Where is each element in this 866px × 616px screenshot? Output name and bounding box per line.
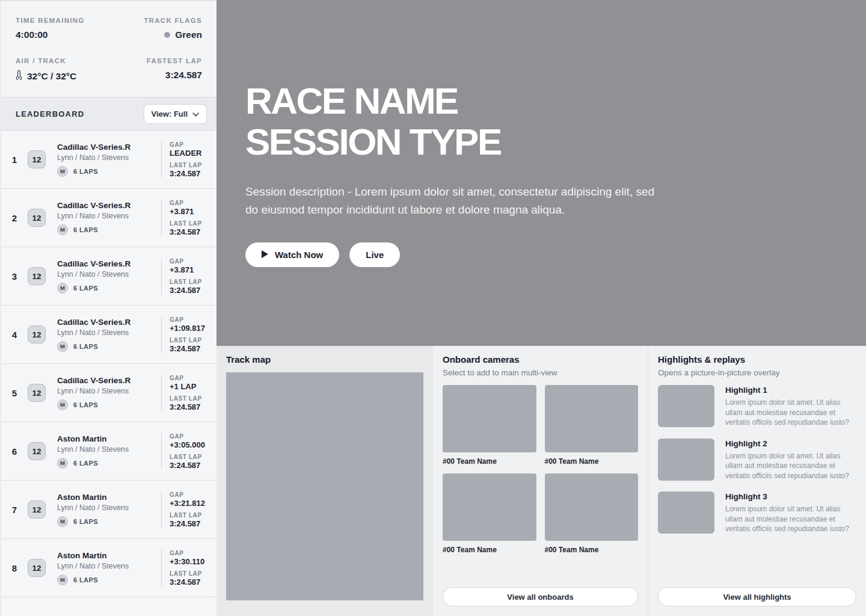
last-lap-value: 3:24.587 [170,402,210,411]
onboard-camera-tile[interactable]: #00 Team Name [545,473,639,554]
gap-label: GAP [170,375,210,381]
last-lap-value: 3:24.587 [170,461,210,470]
car-number-badge: 12 [28,325,46,343]
tyre-compound-badge: M [57,574,68,585]
view-all-highlights-button[interactable]: View all highlights [658,587,856,606]
car-number-badge: 12 [28,150,46,168]
position-number: 4 [1,330,28,340]
last-lap-label: LAST LAP [170,395,210,402]
last-lap-value: 3:24.587 [170,227,210,236]
entry-info: Cadillac V-Series.R Lynn / Nato / Steven… [57,318,161,352]
entry-info: Cadillac V-Series.R Lynn / Nato / Steven… [57,201,161,235]
lap-count: 6 LAPS [73,168,98,175]
lap-count: 6 LAPS [73,343,98,350]
gap-label: GAP [170,316,210,323]
tyre-compound-badge: M [57,166,68,177]
view-selector-label: View: Full [152,109,188,119]
car-number-badge: 12 [28,209,46,227]
timing-sidebar: TIME REMAINING 4:00:00 TRACK FLAGS Green… [0,0,216,616]
gap-label: GAP [170,433,210,440]
highlight-thumbnail [658,385,714,427]
lap-count: 6 LAPS [73,226,98,233]
timing-column: GAP +3:05.000 LAST LAP 3:24.587 [161,433,210,470]
last-lap-label: LAST LAP [170,512,210,519]
entry-info: Cadillac V-Series.R Lynn / Nato / Steven… [57,259,161,294]
leaderboard-row[interactable]: 7 12 Aston Martin Lynn / Nato / Stevens … [1,481,216,539]
camera-team-label: #00 Team Name [443,546,536,554]
track-map-panel: Track map [216,346,433,616]
lap-count: 6 LAPS [73,401,98,408]
track-map-image [226,372,423,600]
driver-names: Lynn / Nato / Stevens [57,445,161,454]
leaderboard-row[interactable]: 2 12 Cadillac V-Series.R Lynn / Nato / S… [1,189,216,247]
team-name: Aston Martin [57,434,161,443]
bottom-panels: Track map Onboard cameras Select to add … [216,346,866,616]
highlights-title: Highlights & replays [658,354,856,365]
tyre-compound-badge: M [57,516,68,527]
last-lap-label: LAST LAP [170,279,210,285]
leaderboard-header: LEADERBOARD View: Full [1,97,216,131]
driver-names: Lynn / Nato / Stevens [57,504,161,512]
leaderboard-row[interactable]: 5 12 Cadillac V-Series.R Lynn / Nato / S… [1,364,216,422]
onboard-cameras-panel: Onboard cameras Select to add to main mu… [433,346,648,616]
onboard-camera-tile[interactable]: #00 Team Name [545,385,639,466]
highlight-item[interactable]: Highlight 3 Lorem ipsum dolor sit amet. … [658,491,856,534]
camera-thumbnail [443,385,536,452]
driver-names: Lynn / Nato / Stevens [57,328,161,337]
highlights-list: Highlight 1 Lorem ipsum dolor sit amet. … [658,385,856,534]
view-all-onboards-button[interactable]: View all onboards [443,587,638,606]
track-flags-block: TRACK FLAGS Green [144,17,202,40]
highlight-item[interactable]: Highlight 1 Lorem ipsum dolor sit amet. … [658,385,856,428]
team-name: Aston Martin [57,493,161,502]
live-label: Live [366,250,384,260]
highlight-item-title: Highlight 3 [725,492,856,501]
leaderboard-title: LEADERBOARD [16,109,84,119]
camera-team-label: #00 Team Name [545,546,639,554]
driver-names: Lynn / Nato / Stevens [57,153,161,162]
position-number: 7 [1,505,28,515]
gap-label: GAP [170,200,210,206]
highlight-item-description: Lorem ipsum dolor sit amet. Ut alias ull… [725,504,856,534]
leaderboard-row[interactable]: 1 12 Cadillac V-Series.R Lynn / Nato / S… [1,131,216,189]
play-icon [262,250,268,260]
leaderboard-view-selector[interactable]: View: Full [144,104,207,124]
track-map-title: Track map [226,354,423,365]
session-type: SESSION TYPE [245,121,501,162]
driver-names: Lynn / Nato / Stevens [57,212,161,220]
gap-value: +3:30.110 [170,557,210,566]
entry-info: Cadillac V-Series.R Lynn / Nato / Steven… [57,143,161,177]
highlight-item[interactable]: Highlight 2 Lorem ipsum dolor sit amet. … [658,439,856,481]
onboard-camera-tile[interactable]: #00 Team Name [443,385,536,466]
entry-info: Aston Martin Lynn / Nato / Stevens M 6 L… [57,434,161,469]
highlights-subtitle: Opens a picture-in-picture overlay [658,368,856,377]
live-button[interactable]: Live [349,242,400,267]
fastest-lap-value: 3:24.587 [144,70,202,81]
air-track-label: AIR / TRACK [16,57,144,64]
timing-column: GAP LEADER LAST LAP 3:24.587 [161,141,210,178]
time-remaining-label: TIME REMAINING [16,17,144,24]
gap-value: +3.871 [170,265,210,274]
gap-value: +3:05.000 [170,440,210,449]
last-lap-label: LAST LAP [170,337,210,343]
chevron-down-icon [192,109,199,119]
leaderboard-row[interactable]: 8 12 Aston Martin Lynn / Nato / Stevens … [1,539,216,597]
lap-count: 6 LAPS [73,285,98,292]
car-number-badge: 12 [28,500,46,519]
team-name: Cadillac V-Series.R [57,259,161,268]
entry-info: Cadillac V-Series.R Lynn / Nato / Steven… [57,376,161,410]
camera-team-label: #00 Team Name [443,457,536,466]
gap-value: +1 LAP [170,382,210,391]
leaderboard-row[interactable]: 6 12 Aston Martin Lynn / Nato / Stevens … [1,422,216,481]
track-flags-value: Green [175,29,202,40]
leaderboard-row[interactable]: 3 12 Cadillac V-Series.R Lynn / Nato / S… [1,247,216,306]
watch-now-button[interactable]: Watch Now [245,242,339,267]
last-lap-label: LAST LAP [170,570,210,577]
last-lap-label: LAST LAP [170,454,210,460]
last-lap-label: LAST LAP [170,220,210,227]
leaderboard-row[interactable]: 4 12 Cadillac V-Series.R Lynn / Nato / S… [1,306,216,364]
time-remaining-block: TIME REMAINING 4:00:00 [16,17,144,40]
camera-team-label: #00 Team Name [545,457,639,466]
highlight-item-title: Highlight 1 [725,386,856,395]
onboard-camera-tile[interactable]: #00 Team Name [443,473,536,554]
fastest-lap-block: FASTEST LAP 3:24.587 [144,57,202,82]
